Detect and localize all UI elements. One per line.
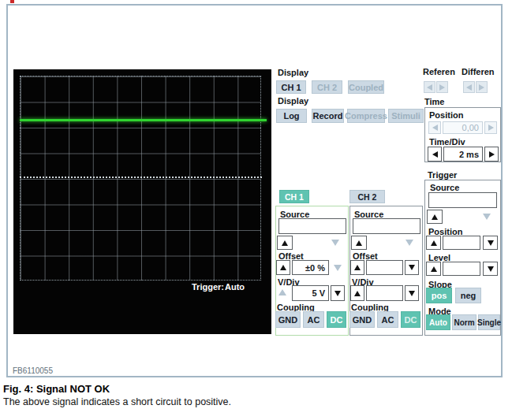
down-arrow-icon (334, 291, 341, 296)
time-position-decrement-button[interactable] (428, 121, 441, 134)
up-arrow-icon (356, 240, 362, 246)
reference-prev-button[interactable] (424, 81, 435, 93)
trigger-readout: Trigger: Auto (192, 282, 224, 292)
scope-display: Trigger: Auto (13, 69, 271, 334)
display-record-button[interactable]: Record (312, 109, 344, 123)
ch2-coupling-gnd-button[interactable]: GND (349, 311, 375, 328)
oscilloscope-app-window: Trigger: Auto Display CH 1 CH 2 Coupled … (0, 0, 512, 420)
ch2-coupling-ac-button[interactable]: AC (377, 311, 398, 328)
ch2-offset-down-button[interactable] (405, 260, 419, 275)
left-arrow-icon (427, 84, 432, 91)
ch2-vdiv-input[interactable] (366, 285, 403, 301)
up-arrow-icon (432, 214, 438, 220)
tab-ch2[interactable]: CH 2 (349, 190, 385, 203)
time-position-label: Position (429, 110, 463, 120)
time-position-increment-button[interactable] (484, 121, 497, 134)
display-ch2-button[interactable]: CH 2 (312, 80, 342, 94)
up-arrow-icon (431, 240, 437, 246)
up-arrow-icon (282, 240, 288, 246)
red-marker-icon (10, 0, 14, 3)
time-section-label: Time (424, 97, 444, 106)
trigger-level-down-button[interactable] (483, 262, 498, 276)
reference-label: Referen (423, 67, 455, 76)
ch2-source-down-button[interactable] (405, 240, 413, 246)
trigger-slope-neg-button[interactable]: neg (455, 288, 481, 303)
ch1-vdiv-down-button[interactable] (331, 285, 345, 301)
ch1-source-up-button[interactable] (277, 236, 293, 250)
timediv-increment-button[interactable] (484, 147, 499, 162)
trigger-position-input[interactable] (443, 236, 480, 250)
left-arrow-icon (466, 84, 472, 91)
ch1-offset-up-button[interactable] (276, 260, 290, 275)
ch2-source-up-button[interactable] (351, 236, 367, 250)
reference-next-button[interactable] (436, 81, 448, 93)
up-arrow-icon (354, 265, 361, 270)
timediv-decrement-button[interactable] (428, 147, 442, 162)
right-arrow-icon (439, 84, 445, 91)
figure-caption-body: The above signal indicates a short circu… (3, 396, 231, 407)
trigger-mode-single-button[interactable]: Single (478, 314, 500, 330)
signal-trace (20, 119, 267, 121)
trigger-level-input[interactable] (443, 262, 480, 276)
trigger-readout-label: Trigger: (192, 282, 224, 292)
trigger-mode-auto-button[interactable]: Auto (426, 314, 450, 330)
ch1-source-input[interactable] (278, 218, 346, 234)
trigger-section-label: Trigger (428, 170, 457, 180)
up-arrow-icon (280, 265, 286, 270)
right-arrow-icon (488, 125, 494, 131)
ch1-source-down-button[interactable] (331, 240, 339, 246)
display-compress-button[interactable]: Compress (347, 109, 385, 123)
timediv-input[interactable]: 2 ms (443, 147, 483, 162)
tab-ch1[interactable]: CH 1 (279, 190, 309, 203)
ch2-offset-input[interactable] (366, 260, 403, 275)
down-arrow-icon (409, 265, 415, 270)
scope-center-gridline (20, 177, 262, 178)
trigger-mode-norm-button[interactable]: Norm (452, 314, 476, 330)
ch1-vdiv-input[interactable]: 5 V (292, 285, 329, 301)
ch2-source-input[interactable] (353, 218, 420, 234)
right-arrow-icon (489, 151, 495, 158)
trigger-source-up-button[interactable] (427, 210, 443, 224)
down-arrow-icon (488, 266, 494, 272)
trigger-readout-value: Auto (225, 282, 245, 292)
timediv-label: Time/Div (429, 137, 465, 147)
display-stimuli-button[interactable]: Stimuli (388, 109, 424, 123)
trigger-position-up-button[interactable] (426, 236, 441, 250)
trigger-slope-pos-button[interactable]: pos (426, 288, 452, 303)
ch1-coupling-dc-button[interactable]: DC (327, 311, 346, 328)
ch2-coupling-dc-button[interactable]: DC (401, 311, 420, 328)
figure-caption-title: Fig. 4: Signal NOT OK (3, 383, 110, 395)
scope-grid (20, 76, 261, 281)
display-ch1-button[interactable]: CH 1 (276, 80, 306, 94)
trigger-position-down-button[interactable] (483, 236, 498, 250)
display-channels-label: Display (278, 68, 308, 77)
ch2-vdiv-up-button[interactable] (350, 285, 364, 301)
ch2-offset-up-button[interactable] (350, 260, 364, 275)
left-arrow-icon (432, 125, 438, 131)
display-coupled-button[interactable]: Coupled (348, 80, 384, 94)
down-arrow-icon (488, 240, 494, 246)
differential-label: Differen (462, 67, 495, 76)
trigger-source-down-button[interactable] (483, 214, 491, 220)
ch1-offset-input[interactable]: ±0 % (292, 260, 329, 275)
ch1-vdiv-up-button[interactable] (278, 289, 286, 295)
right-arrow-icon (479, 84, 484, 91)
time-position-input[interactable]: 0,00 (443, 121, 483, 134)
ch1-coupling-ac-button[interactable]: AC (303, 311, 324, 328)
ch2-vdiv-down-button[interactable] (405, 285, 419, 301)
display-modes-label: Display (278, 96, 308, 106)
differential-prev-button[interactable] (463, 81, 475, 93)
left-arrow-icon (432, 151, 438, 158)
down-arrow-icon (409, 291, 415, 296)
up-arrow-icon (431, 266, 437, 272)
display-log-button[interactable]: Log (276, 109, 307, 123)
ch1-offset-down-button[interactable] (334, 265, 342, 271)
trigger-level-up-button[interactable] (426, 262, 441, 276)
figure-code: FB6110055 (13, 366, 53, 375)
differential-next-button[interactable] (476, 81, 488, 93)
ch1-coupling-gnd-button[interactable]: GND (275, 311, 301, 328)
up-arrow-icon (354, 291, 361, 296)
trigger-source-label: Source (430, 183, 459, 192)
trigger-source-input[interactable] (428, 192, 497, 208)
